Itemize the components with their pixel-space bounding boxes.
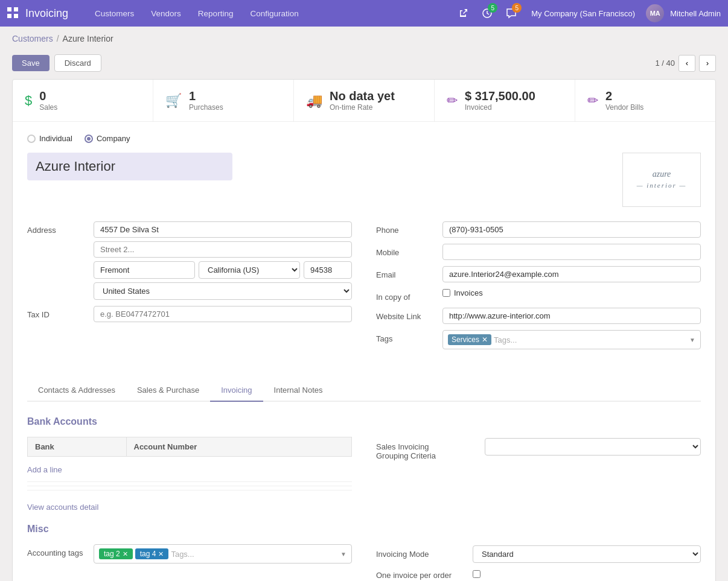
country-select[interactable]: United States xyxy=(94,282,352,300)
stat-vendor-bills[interactable]: ✏ 2 Vendor Bills xyxy=(575,80,715,121)
ontime-label: On-time Rate xyxy=(330,103,395,112)
email-row: Email xyxy=(376,266,701,282)
nav-menu: Customers Vendors Reporting Configuratio… xyxy=(86,0,454,27)
acct-tag-4-remove[interactable]: ✕ xyxy=(158,550,164,558)
external-link-icon[interactable] xyxy=(454,4,472,22)
company-radio[interactable]: Company xyxy=(85,134,130,143)
invoices-checkbox-label[interactable]: Invoices xyxy=(442,288,701,297)
tags-placeholder-text: Tags... xyxy=(494,335,517,344)
form-left-col: Address California (US) xyxy=(27,221,352,355)
acct-tag-2-remove[interactable]: ✕ xyxy=(123,550,128,558)
tab-content-grid: Bank Accounts Bank Account Number Add a … xyxy=(27,416,701,512)
invoicing-mode-field: Standard xyxy=(473,545,701,563)
phone-row: Phone xyxy=(376,221,701,238)
user-name: Mitchell Admin xyxy=(670,9,721,18)
stat-ontime[interactable]: 🚚 No data yet On-time Rate xyxy=(294,80,435,121)
company-logo: azure— interior — xyxy=(622,153,701,207)
individual-radio[interactable]: Individual xyxy=(27,134,72,143)
tags-dropdown-icon[interactable]: ▼ xyxy=(689,337,695,343)
invoices-checkbox[interactable] xyxy=(442,289,450,297)
tags-row: Tags Services ✕ Tags... ▼ xyxy=(376,330,701,349)
company-name-input[interactable] xyxy=(27,153,232,180)
accounting-tags-field: tag 2 ✕ tag 4 ✕ Tags... ▼ xyxy=(94,544,352,564)
invoicing-mode-row: Invoicing Mode Standard xyxy=(376,545,701,563)
website-input[interactable] xyxy=(442,308,701,324)
grouping-criteria-select[interactable] xyxy=(485,438,701,456)
acct-tag-2-label: tag 2 xyxy=(104,550,120,558)
taxid-row: Tax ID xyxy=(27,306,352,322)
mobile-input[interactable] xyxy=(442,244,701,260)
tab-contacts[interactable]: Contacts & Addresses xyxy=(27,379,126,402)
account-col-header: Account Number xyxy=(126,437,352,457)
clock-badge: 5 xyxy=(488,3,497,13)
stat-invoiced[interactable]: ✏ $ 317,500.00 Invoiced xyxy=(435,80,575,121)
misc-title: Misc xyxy=(27,524,352,535)
street1-input[interactable] xyxy=(94,221,352,238)
navbar-right: 5 5 My Company (San Francisco) MA Mitche… xyxy=(454,4,721,22)
clock-icon[interactable]: 5 xyxy=(478,4,496,22)
vendor-bills-label: Vendor Bills xyxy=(605,103,643,112)
taxid-input[interactable] xyxy=(94,306,352,322)
app-title: Invoicing xyxy=(25,7,68,20)
tag-services: Services ✕ xyxy=(448,334,491,345)
grid-icon[interactable] xyxy=(7,7,18,20)
tab-sales[interactable]: Sales & Purchase xyxy=(126,379,210,402)
breadcrumb-current: Azure Interior xyxy=(63,34,113,43)
breadcrumb-parent[interactable]: Customers xyxy=(12,34,53,43)
nav-vendors[interactable]: Vendors xyxy=(142,0,190,27)
grouping-criteria-row: Sales InvoicingGrouping Criteria xyxy=(376,438,701,460)
svg-rect-2 xyxy=(7,14,11,18)
next-page-button[interactable]: › xyxy=(699,55,716,72)
add-line-button[interactable]: Add a line xyxy=(27,462,62,478)
individual-radio-dot xyxy=(27,135,36,143)
email-input[interactable] xyxy=(442,266,701,282)
form-grid: Address California (US) xyxy=(27,221,701,355)
navbar: Invoicing Customers Vendors Reporting Co… xyxy=(0,0,728,27)
bank-divider-2 xyxy=(27,486,352,486)
tab-notes[interactable]: Internal Notes xyxy=(263,379,334,402)
tag-services-label: Services xyxy=(452,335,479,344)
incopy-label: In copy of xyxy=(376,288,442,302)
nav-configuration[interactable]: Configuration xyxy=(241,0,307,27)
grouping-criteria-label: Sales InvoicingGrouping Criteria xyxy=(376,438,485,460)
tags-input[interactable]: Services ✕ Tags... ▼ xyxy=(442,330,701,349)
chat-icon[interactable]: 5 xyxy=(502,4,520,22)
one-invoice-checkbox[interactable] xyxy=(473,570,481,578)
prev-page-button[interactable]: ‹ xyxy=(679,55,695,72)
bank-divider-3 xyxy=(27,490,352,491)
nav-customers[interactable]: Customers xyxy=(86,0,142,27)
invoices-checkbox-text: Invoices xyxy=(454,288,483,297)
state-select[interactable]: California (US) xyxy=(199,261,300,279)
ontime-number: No data yet xyxy=(330,89,395,103)
bank-divider-1 xyxy=(27,481,352,482)
accounting-tags-row: Accounting tags tag 2 ✕ tag 4 ✕ xyxy=(27,544,352,564)
accounting-tags-input[interactable]: tag 2 ✕ tag 4 ✕ Tags... ▼ xyxy=(94,544,352,564)
one-invoice-field xyxy=(473,570,701,580)
acct-tags-dropdown-icon[interactable]: ▼ xyxy=(340,551,346,557)
address-row: Address California (US) xyxy=(27,221,352,300)
invoicing-mode-select[interactable]: Standard xyxy=(473,545,701,563)
sales-label: Sales xyxy=(39,103,57,112)
save-button[interactable]: Save xyxy=(12,55,49,71)
acct-tag-4-label: tag 4 xyxy=(140,550,156,558)
stat-purchases[interactable]: 🛒 1 Purchases xyxy=(153,80,294,121)
view-accounts-link[interactable]: View accounts detail xyxy=(27,503,98,512)
discard-button[interactable]: Discard xyxy=(54,54,101,72)
nav-reporting[interactable]: Reporting xyxy=(190,0,242,27)
tag-services-remove[interactable]: ✕ xyxy=(482,335,488,344)
type-radio-group: Individual Company xyxy=(27,134,701,143)
form-right-col: Phone Mobile Email xyxy=(376,221,701,355)
city-input[interactable] xyxy=(94,261,195,279)
zip-input[interactable] xyxy=(304,261,352,279)
toolbar: Save Discard 1 / 40 ‹ › xyxy=(0,51,728,79)
avatar[interactable]: MA xyxy=(646,4,664,22)
misc-section: Misc Accounting tags tag 2 ✕ tag 4 xyxy=(27,524,701,581)
invoiced-label: Invoiced xyxy=(465,103,535,112)
city-state-row: California (US) xyxy=(94,261,352,279)
tab-invoicing[interactable]: Invoicing xyxy=(210,379,263,402)
stat-sales[interactable]: $ 0 Sales xyxy=(13,80,153,121)
phone-input[interactable] xyxy=(442,221,701,238)
mobile-row: Mobile xyxy=(376,244,701,260)
street2-input[interactable] xyxy=(94,241,352,258)
stats-bar: $ 0 Sales 🛒 1 Purchases 🚚 No data yet On… xyxy=(13,80,715,122)
